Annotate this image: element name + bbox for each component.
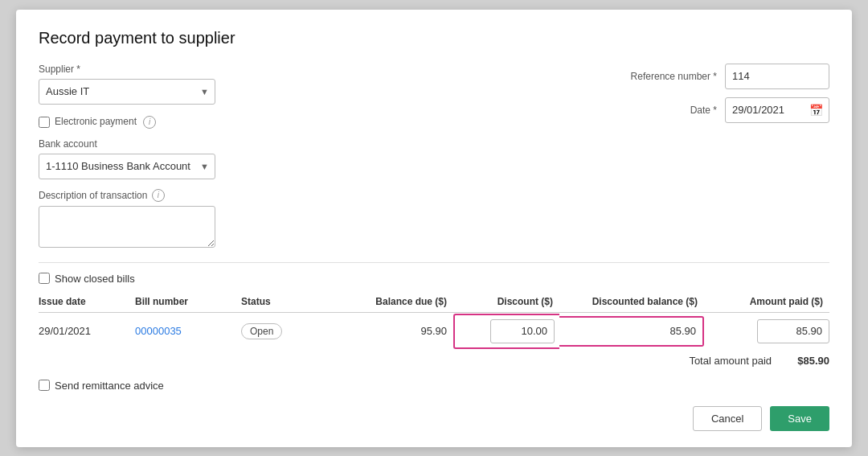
send-remittance-checkbox[interactable] xyxy=(39,380,50,391)
date-field-row: Date * 📅 xyxy=(588,97,829,123)
bank-account-label: Bank account xyxy=(39,138,588,150)
discount-input[interactable] xyxy=(490,319,555,343)
description-textarea[interactable] xyxy=(39,206,215,248)
electronic-payment-label: Electronic payment xyxy=(55,116,137,127)
remittance-label: Send remittance advice xyxy=(55,380,164,392)
supplier-field-group: Supplier * Aussie IT ▼ xyxy=(39,64,588,105)
description-label: Description of transaction i xyxy=(39,189,588,202)
electronic-payment-row: Electronic payment i xyxy=(39,116,588,129)
form-left: Supplier * Aussie IT ▼ Electronic paymen… xyxy=(39,64,588,248)
discounted-balance-value: 85.90 xyxy=(669,325,696,337)
row-amount-paid-cell xyxy=(704,312,829,350)
row-balance-due: 95.90 xyxy=(338,312,453,350)
supplier-label: Supplier * xyxy=(39,64,588,75)
save-button[interactable]: Save xyxy=(770,406,829,431)
supplier-select-wrapper: Aussie IT ▼ xyxy=(39,79,215,105)
col-header-amount-paid: Amount paid ($) xyxy=(704,293,829,313)
row-discounted-balance-cell: 85.90 xyxy=(559,312,704,350)
row-issue-date: 29/01/2021 xyxy=(39,312,135,350)
total-value: $85.90 xyxy=(781,355,829,367)
remittance-row: Send remittance advice xyxy=(39,380,829,392)
date-input-wrapper: 📅 xyxy=(725,97,829,123)
bank-account-select[interactable]: 1-1110 Business Bank Account #1 xyxy=(39,154,215,179)
col-header-discount: Discount ($) xyxy=(453,293,559,313)
col-header-bill-number: Bill number xyxy=(135,293,241,313)
col-header-status: Status xyxy=(241,293,338,313)
dialog-title: Record payment to supplier xyxy=(39,29,829,47)
date-input[interactable] xyxy=(725,97,829,123)
description-info-icon: i xyxy=(152,189,165,202)
bank-account-select-wrapper: 1-1110 Business Bank Account #1 ▼ xyxy=(39,154,215,179)
bank-account-field-group: Bank account 1-1110 Business Bank Accoun… xyxy=(39,138,588,179)
electronic-payment-info-icon: i xyxy=(143,116,156,129)
status-badge: Open xyxy=(241,323,282,339)
total-label: Total amount paid xyxy=(689,355,772,367)
reference-input[interactable] xyxy=(725,64,829,89)
row-bill-number: 00000035 xyxy=(135,312,241,350)
bills-table: Issue date Bill number Status Balance du… xyxy=(39,293,829,350)
divider xyxy=(39,262,829,263)
bill-number-link[interactable]: 00000035 xyxy=(135,325,182,337)
reference-field-row: Reference number * xyxy=(588,64,829,89)
total-row: Total amount paid $85.90 xyxy=(39,355,829,367)
description-field-group: Description of transaction i xyxy=(39,189,588,248)
table-row: 29/01/2021 00000035 Open 95.90 xyxy=(39,312,829,350)
electronic-payment-checkbox[interactable] xyxy=(39,117,50,128)
col-header-issue-date: Issue date xyxy=(39,293,135,313)
form-right: Reference number * Date * 📅 xyxy=(588,64,829,248)
col-header-balance-due: Balance due ($) xyxy=(338,293,453,313)
supplier-select[interactable]: Aussie IT xyxy=(39,79,215,105)
row-discount-cell xyxy=(453,312,559,350)
row-status: Open xyxy=(241,312,338,350)
record-payment-dialog: Record payment to supplier Supplier * Au… xyxy=(16,10,852,447)
reference-label: Reference number * xyxy=(628,71,717,82)
show-closed-bills-label: Show closed bills xyxy=(55,273,135,285)
show-closed-bills-row: Show closed bills xyxy=(39,273,829,285)
date-label: Date * xyxy=(628,105,717,116)
col-header-discounted-balance: Discounted balance ($) xyxy=(559,293,704,313)
cancel-button[interactable]: Cancel xyxy=(693,406,762,431)
amount-paid-input[interactable] xyxy=(757,319,829,343)
show-closed-bills-checkbox[interactable] xyxy=(39,273,50,284)
footer-buttons: Cancel Save xyxy=(39,406,829,431)
